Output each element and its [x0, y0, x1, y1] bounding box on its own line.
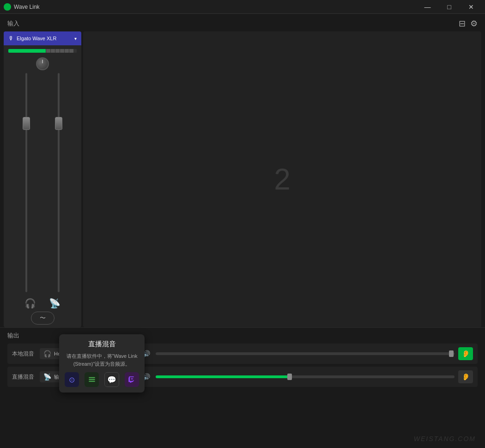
- chevron-down-icon: ▾: [74, 36, 77, 41]
- close-button[interactable]: ✕: [461, 0, 481, 14]
- app-icon: [4, 3, 11, 11]
- titlebar: Wave Link — □ ✕: [0, 0, 485, 14]
- gain-knob[interactable]: [36, 57, 49, 70]
- tooltip-title: 直播混音: [65, 340, 139, 349]
- svg-rect-1: [89, 379, 95, 380]
- local-mix-ear-button[interactable]: 👂: [458, 347, 473, 360]
- waveform-icon: 〜: [40, 314, 46, 322]
- twitch-icon[interactable]: [125, 372, 139, 387]
- stream-tooltip-popup: 直播混音 请在直播软件中，将"Wave Link (Stream)"设置为音频源…: [59, 334, 145, 393]
- watermark: WEISTANG.COM: [414, 435, 476, 442]
- streamlabs-icon[interactable]: [85, 372, 99, 387]
- channel-strip-1: 🎙 Elgato Wave XLR ▾: [4, 31, 81, 327]
- device-name: Elgato Wave XLR: [17, 36, 72, 41]
- obs-icon[interactable]: ⊙: [65, 372, 79, 387]
- channel-strip-2: 2: [83, 31, 481, 327]
- fader-monitor: [19, 73, 33, 292]
- topbar-icons: ⊟ ⚙: [459, 18, 478, 29]
- fader-track-stream[interactable]: [58, 73, 60, 292]
- stream-mix-volume-fill: [156, 375, 290, 378]
- mic-icon: 🎙: [8, 35, 14, 42]
- stream-mix-volume-slider[interactable]: [156, 375, 455, 378]
- level-meter-bar: [8, 49, 77, 53]
- titlebar-controls: — □ ✕: [417, 0, 481, 14]
- level-meter-container: [4, 45, 81, 55]
- mixer-area: 🎙 Elgato Wave XLR ▾: [0, 31, 485, 327]
- headphones-device-icon: 🎧: [43, 350, 51, 357]
- titlebar-title: Wave Link: [14, 4, 40, 10]
- broadcast-icon[interactable]: 📡: [49, 298, 61, 309]
- titlebar-left: Wave Link: [4, 3, 40, 11]
- minimize-button[interactable]: —: [417, 0, 438, 14]
- channel-bottom: 🎧 📡 〜: [4, 294, 81, 327]
- broadcast-device-icon: 📡: [43, 373, 51, 380]
- local-mix-label: 本地混音: [12, 350, 36, 358]
- tooltip-description: 请在直播软件中，将"Wave Link (Stream)"设置为音频源。: [65, 352, 139, 368]
- gear-icon[interactable]: ⚙: [470, 18, 478, 29]
- fader-handle-monitor[interactable]: [23, 117, 30, 130]
- stream-mix-label: 直播混音: [12, 373, 36, 381]
- channel-icons-row: 🎧 📡: [24, 298, 61, 309]
- svg-rect-2: [89, 381, 95, 382]
- chat-icon[interactable]: 💬: [104, 372, 119, 387]
- maximize-button[interactable]: □: [439, 0, 460, 14]
- faders-row: [4, 71, 81, 294]
- local-mix-volume-thumb[interactable]: [449, 350, 454, 357]
- device-selector[interactable]: 🎙 Elgato Wave XLR ▾: [4, 31, 81, 45]
- waveform-button[interactable]: 〜: [31, 312, 55, 325]
- stream-mix-volume-thumb[interactable]: [287, 374, 292, 380]
- headphones-icon[interactable]: 🎧: [24, 298, 36, 309]
- fader-handle-stream[interactable]: [55, 117, 62, 130]
- settings-lines-icon[interactable]: ⊟: [459, 18, 466, 29]
- channel-2-placeholder: 2: [274, 162, 291, 196]
- tooltip-app-icons-row: ⊙ 💬: [65, 372, 139, 387]
- knob-row: [4, 55, 81, 71]
- fader-track-monitor[interactable]: [25, 73, 27, 292]
- stream-mix-ear-button[interactable]: 👂: [458, 370, 473, 383]
- input-section-label: 输入: [7, 19, 19, 28]
- local-mix-volume-slider[interactable]: [156, 352, 455, 355]
- fader-stream: [52, 73, 66, 292]
- topbar: 输入 ⊟ ⚙: [0, 14, 485, 31]
- svg-rect-0: [89, 377, 95, 378]
